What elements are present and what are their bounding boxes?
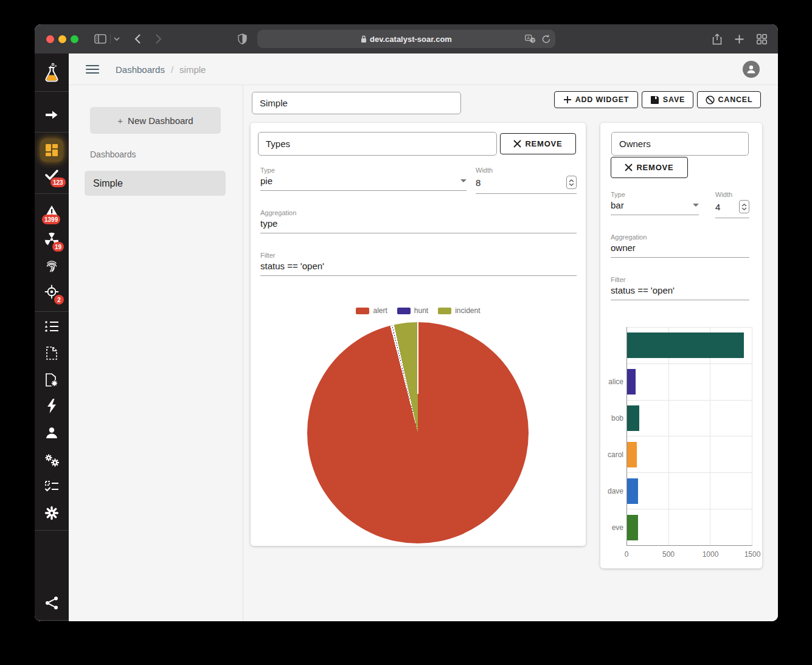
nav-dashboards-icon[interactable]: [35, 138, 69, 162]
bar-row: [627, 327, 752, 364]
tab-overview-icon[interactable]: [754, 24, 769, 53]
breadcrumb-page: simple: [179, 64, 206, 75]
hunts-badge: 2: [54, 295, 64, 305]
bar: [627, 405, 639, 431]
legend-item: incident: [438, 306, 480, 315]
x-tick-label: 0: [625, 550, 629, 559]
minimize-window-button[interactable]: [58, 35, 66, 43]
dashboards-panel: +New Dashboard Dashboards Simple: [69, 85, 243, 621]
reload-icon[interactable]: [542, 35, 550, 44]
width-stepper[interactable]: Width 8: [476, 167, 577, 194]
aggregation-input[interactable]: Aggregation owner: [611, 233, 749, 258]
bar-row: dave: [627, 472, 752, 509]
bar-row: carol: [627, 436, 752, 472]
add-widget-button[interactable]: ADD WIDGET: [554, 91, 638, 108]
nav-settings-gear-icon[interactable]: [35, 501, 69, 525]
breadcrumb-separator: /: [171, 64, 173, 75]
bar-x-axis: 050010001500: [626, 546, 752, 559]
catalyst-flask-logo[interactable]: [35, 61, 69, 85]
svg-text:文: 文: [532, 38, 536, 43]
legend-label: alert: [373, 306, 387, 315]
remove-widget-button[interactable]: REMOVE: [500, 133, 576, 154]
widget-name-input[interactable]: [258, 132, 497, 156]
nav-alerts-icon[interactable]: 1399: [35, 199, 69, 223]
menu-icon[interactable]: [85, 62, 100, 77]
address-bar[interactable]: dev.catalyst-soar.com A文: [257, 30, 555, 48]
dashboard-list-item-simple[interactable]: Simple: [85, 171, 226, 196]
user-avatar[interactable]: [743, 61, 760, 78]
plus-icon: [563, 95, 572, 104]
sidebar-toggle-icon[interactable]: [92, 24, 109, 53]
bar-category-label: eve: [602, 523, 623, 532]
zoom-window-button[interactable]: [71, 35, 78, 43]
stepper-icon[interactable]: [566, 176, 577, 189]
bar: [627, 515, 638, 540]
nav-hunts-icon[interactable]: 2: [35, 280, 69, 304]
nav-tasks-icon[interactable]: 123: [35, 163, 69, 187]
back-icon[interactable]: [131, 24, 144, 53]
nav-rail: 123 1399 19 2: [35, 53, 69, 621]
pie-legend: alerthuntincident: [251, 306, 586, 315]
stepper-icon[interactable]: [739, 200, 749, 213]
filter-input[interactable]: Filter status == 'open': [611, 276, 749, 300]
type-select[interactable]: Type bar: [611, 191, 699, 215]
legend-item: hunt: [397, 306, 428, 315]
legend-label: hunt: [414, 306, 428, 315]
nav-user-icon[interactable]: [35, 421, 69, 445]
bar-category-label: alice: [602, 377, 623, 386]
tasks-badge: 123: [50, 177, 66, 187]
nav-lightning-icon[interactable]: [35, 394, 69, 418]
filter-input[interactable]: Filter status == 'open': [260, 252, 577, 276]
nav-file-gear-icon[interactable]: [35, 368, 69, 392]
chevron-down-icon[interactable]: [111, 24, 122, 53]
bar: [627, 478, 638, 504]
nav-radiation-icon[interactable]: 19: [35, 227, 69, 252]
nav-checklist-icon[interactable]: [35, 474, 69, 498]
nav-gears-icon[interactable]: [35, 448, 69, 472]
bar: [627, 369, 636, 395]
legend-swatch: [356, 308, 369, 314]
legend-label: incident: [455, 306, 480, 315]
nav-list-icon[interactable]: [35, 314, 69, 339]
x-tick-label: 1500: [744, 550, 761, 559]
close-icon: [625, 164, 633, 171]
alerts-badge: 1399: [42, 215, 60, 224]
legend-item: alert: [356, 306, 387, 315]
share-page-icon[interactable]: [710, 24, 724, 53]
bar-category-label: carol: [602, 450, 623, 459]
lock-icon: [361, 35, 367, 43]
close-window-button[interactable]: [46, 35, 54, 43]
nav-arrow-right-icon[interactable]: [35, 103, 69, 127]
bar: [627, 442, 637, 467]
save-button[interactable]: SAVE: [642, 91, 693, 108]
cancel-button[interactable]: CANCEL: [697, 91, 761, 108]
legend-swatch: [397, 308, 411, 314]
dashboard-editor: ADD WIDGET SAVE CANCEL: [243, 85, 778, 621]
bar-row: eve: [627, 509, 752, 545]
aggregation-input[interactable]: Aggregation type: [260, 209, 577, 233]
legend-swatch: [438, 308, 451, 314]
translate-icon[interactable]: A文: [525, 35, 536, 43]
breadcrumb-dashboards[interactable]: Dashboards: [116, 64, 165, 75]
x-tick-label: 1000: [703, 550, 719, 559]
nav-share-icon[interactable]: [35, 591, 69, 615]
dashboards-section-label: Dashboards: [90, 150, 136, 159]
forward-icon[interactable]: [152, 24, 165, 53]
type-select[interactable]: Type pie: [260, 167, 467, 191]
save-icon: [650, 95, 659, 105]
new-tab-icon[interactable]: [732, 24, 746, 53]
widget-name-input[interactable]: [611, 132, 749, 156]
shield-icon[interactable]: [235, 24, 249, 53]
dashboard-name-input[interactable]: [252, 92, 461, 114]
bar-row: bob: [627, 400, 752, 436]
url-text: dev.catalyst-soar.com: [370, 35, 452, 44]
new-dashboard-button[interactable]: +New Dashboard: [90, 107, 221, 134]
width-stepper[interactable]: Width 4: [715, 191, 749, 218]
nav-fingerprint-icon[interactable]: [35, 253, 69, 278]
widget-card-types: REMOVE Type pie Width 8: [251, 123, 586, 546]
browser-window: dev.catalyst-soar.com A文: [35, 24, 778, 621]
cancel-icon: [706, 95, 715, 105]
widget-card-owners: REMOVE Type bar Width 4: [600, 123, 762, 568]
nav-file-dashed-icon[interactable]: [35, 341, 69, 365]
remove-widget-button[interactable]: REMOVE: [611, 157, 688, 178]
